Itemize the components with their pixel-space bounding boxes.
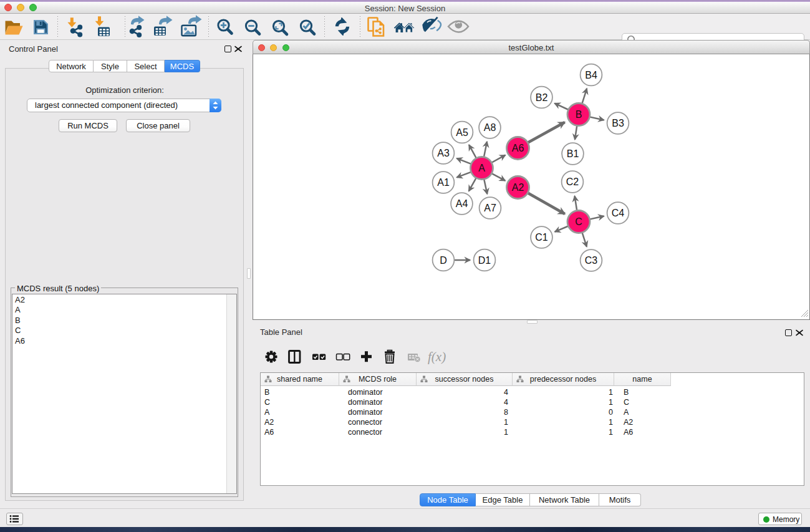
svg-text:C4: C4 bbox=[612, 208, 625, 218]
svg-text:A7: A7 bbox=[484, 203, 496, 213]
svg-text:f(x): f(x) bbox=[428, 349, 446, 364]
svg-text:C3: C3 bbox=[585, 255, 598, 266]
svg-text:A3: A3 bbox=[437, 148, 450, 158]
svg-text:B4: B4 bbox=[585, 70, 597, 80]
svg-text:A: A bbox=[478, 163, 485, 173]
svg-text:C2: C2 bbox=[566, 177, 579, 187]
svg-text:A4: A4 bbox=[456, 198, 468, 209]
svg-text:D1: D1 bbox=[478, 255, 491, 266]
svg-text:B2: B2 bbox=[536, 92, 548, 103]
svg-text:B1: B1 bbox=[567, 148, 579, 159]
svg-text:A2: A2 bbox=[512, 182, 524, 193]
svg-text:A1: A1 bbox=[437, 177, 450, 188]
svg-text:A5: A5 bbox=[456, 127, 468, 138]
svg-text:D: D bbox=[440, 255, 447, 266]
svg-text:B: B bbox=[576, 109, 582, 120]
svg-text:A6: A6 bbox=[512, 143, 524, 153]
svg-text:B3: B3 bbox=[612, 118, 624, 128]
svg-text:A8: A8 bbox=[484, 122, 496, 133]
svg-text:C1: C1 bbox=[535, 232, 548, 243]
svg-text:C: C bbox=[575, 216, 582, 227]
